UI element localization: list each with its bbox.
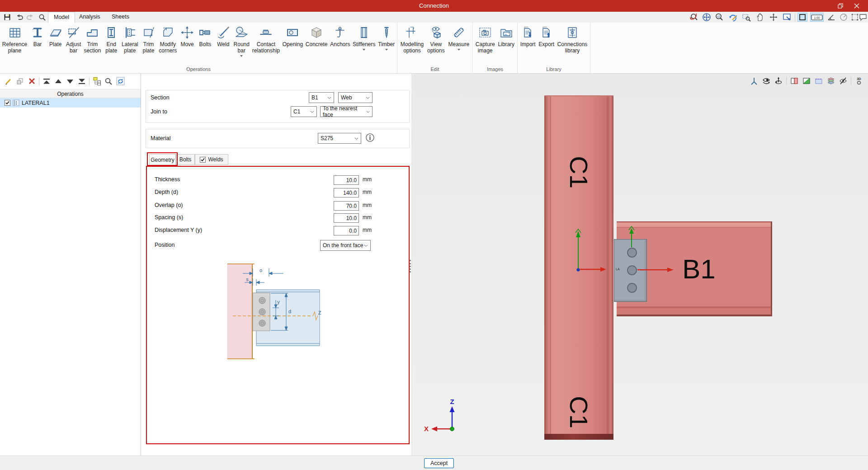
move-to-bottom-icon[interactable] [77,77,86,86]
ribbon-item-weld[interactable]: Weld [214,24,232,48]
tab-model[interactable]: Model [48,12,75,23]
ribbon-item-bolts[interactable]: Bolts [196,24,214,48]
welds-checkbox[interactable] [200,157,206,163]
ribbon-item-contact-relationship[interactable]: Contact relationship [251,24,281,55]
edit-operation-icon[interactable] [4,77,13,86]
column-member[interactable] [544,95,613,440]
layers-icon[interactable] [826,76,835,85]
ribbon-item-adjust-bar[interactable]: Adjust bar [65,24,83,55]
trim-plate-icon [141,25,156,40]
tab-sheets[interactable]: Sheets [106,12,135,23]
clip-plane-x-icon[interactable] [790,76,799,85]
ribbon-item-round-bar[interactable]: Round bar [232,24,251,57]
viewport-3d[interactable]: LA C1 C1 B1 Z X [413,74,868,456]
search-operations-icon[interactable] [104,77,113,86]
ribbon-item-opening[interactable]: Opening [281,24,304,48]
zoom-previous-icon[interactable] [689,13,699,22]
operations-tree-icon[interactable] [92,77,101,86]
fit-view-icon[interactable] [782,13,792,22]
ribbon-item-plate[interactable]: Plate [47,24,65,48]
arc-icon[interactable] [839,13,849,22]
material-info-icon[interactable] [365,133,375,142]
copy-operation-icon[interactable] [15,77,24,86]
zoom-window-icon[interactable] [741,13,751,22]
ribbon-item-export[interactable]: Export [537,24,556,48]
ribbon-item-modelling-options[interactable]: Modelling options [399,24,425,55]
ribbon-item-measure[interactable]: Measure [447,24,471,51]
hide-eye-icon[interactable] [839,76,848,85]
operation-list-item-lateral1[interactable]: LATERAL1 [0,98,141,108]
pan-hand-icon[interactable] [755,13,765,22]
ribbon-item-concrete[interactable]: Concrete [304,24,329,48]
dimensions-toggle-icon[interactable]: 1.00 [810,13,824,22]
move-up-icon[interactable] [54,77,63,86]
redo-icon[interactable] [25,13,35,22]
zoom-all-icon[interactable] [702,13,712,22]
ribbon-item-capture-image[interactable]: Capture image [474,24,496,55]
join-mode-combo[interactable]: To the nearest face [320,106,373,117]
move-view-icon[interactable] [769,13,778,22]
move-to-top-icon[interactable] [42,77,51,86]
bolt[interactable] [627,283,637,293]
ribbon-item-trim-plate[interactable]: Trim plate [140,24,158,55]
tab-analysis[interactable]: Analysis [74,12,106,23]
ribbon-item-connections-library[interactable]: Connections library [556,24,589,55]
delete-operation-icon[interactable] [27,77,36,86]
measure-dropdown-arrow[interactable] [458,49,460,51]
3d-settings-icon[interactable]: 3D [854,76,863,85]
ribbon-item-import[interactable]: Import [519,24,537,48]
ribbon-item-end-plate[interactable]: End plate [102,24,120,55]
ribbon-item-modify-corners[interactable]: Modify corners [157,24,178,55]
ribbon-item-timber[interactable]: Timber [377,24,396,51]
tab-welds[interactable]: Welds [195,154,228,165]
orbit-view-icon[interactable] [762,76,771,85]
comment-icon[interactable] [858,13,868,22]
rotate-view-icon[interactable] [774,76,783,85]
undo-icon[interactable] [14,13,24,22]
material-label: Material [151,135,170,141]
operation-checkbox[interactable] [5,100,10,106]
displacement-input[interactable]: 0.0 [334,226,359,235]
redraw-icon[interactable] [728,13,738,22]
zoom-x2-icon[interactable]: x2 [714,13,724,22]
ribbon-item-library[interactable]: Library [496,24,516,48]
round-bar-dropdown-arrow[interactable] [240,55,243,57]
ribbon-item-bar[interactable]: Bar [28,24,47,48]
section-part-combo[interactable]: Web [338,92,373,103]
ribbon-item-move[interactable]: Move [178,24,196,48]
ribbon-item-stiffeners[interactable]: Stiffeners [351,24,377,51]
ribbon-item-trim-section[interactable]: Trim section [83,24,103,55]
axes-icon[interactable] [750,76,759,85]
bolt[interactable] [627,248,637,258]
ribbon-item-view-options[interactable]: View options [426,24,446,55]
spacing-input[interactable]: 10.0 [334,213,359,223]
ribbon-item-reference-plane[interactable]: Reference plane [1,24,28,55]
ribbon-item-anchors[interactable]: Anchors [329,24,351,48]
angle-icon[interactable] [826,13,836,22]
timber-dropdown-arrow[interactable] [385,49,388,51]
position-combo[interactable]: On the front face [320,240,371,251]
move-down-icon[interactable] [66,77,75,86]
overlap-input[interactable]: 70.0 [334,201,359,211]
ribbon-item-lateral-plate[interactable]: Lateral plate [120,24,140,55]
tab-geometry[interactable]: Geometry [149,154,176,166]
section-bar-combo[interactable]: B1 [309,92,334,103]
connection-plate[interactable]: LA [614,239,647,302]
thickness-input[interactable]: 10.0 [334,175,359,185]
regenerate-icon[interactable] [116,77,125,86]
depth-input[interactable]: 140.0 [334,188,359,197]
clip-plane-diagonal-icon[interactable] [802,76,811,85]
material-combo[interactable]: S275 [318,133,361,144]
save-icon[interactable] [2,13,12,22]
join-bar-combo[interactable]: C1 [291,106,317,117]
accept-button[interactable]: Accept [424,458,454,468]
restore-window-icon[interactable] [834,1,847,10]
wireframe-toggle-icon[interactable] [797,13,807,22]
panel-splitter[interactable] [410,260,411,273]
search-icon[interactable] [37,13,47,22]
tab-bolts[interactable]: Bolts [176,154,195,165]
bolt[interactable] [627,265,637,275]
clip-plane-section-icon[interactable] [814,76,823,85]
close-window-icon[interactable] [850,1,863,10]
stiffeners-dropdown-arrow[interactable] [363,49,365,51]
